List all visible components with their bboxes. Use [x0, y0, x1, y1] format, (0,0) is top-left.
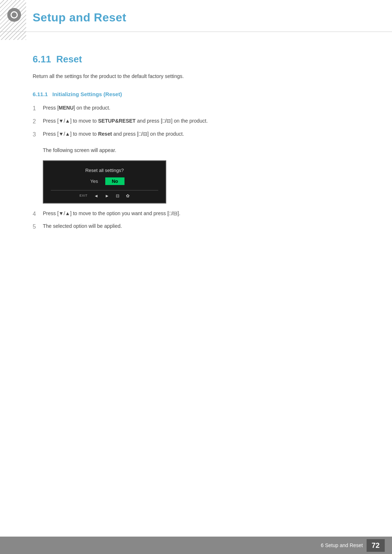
step-content-1: Press [MENU] on the product. — [43, 104, 359, 112]
section-intro: Return all the settings for the product … — [33, 72, 359, 80]
step-2: 2 Press [▼/▲] to move to SETUP&RESET and… — [33, 117, 359, 126]
step-content-4: Press [▼/▲] to move to the option you wa… — [43, 209, 359, 217]
option-yes: Yes — [85, 177, 104, 185]
step-4: 4 Press [▼/▲] to move to the option you … — [33, 209, 359, 219]
footer-text: 6 Setup and Reset — [321, 542, 363, 548]
section-heading: 6.11 Reset — [33, 54, 359, 65]
screen-title: Reset all settings? — [51, 168, 158, 173]
step-5: 5 The selected option will be applied. — [33, 222, 359, 231]
steps-list: 1 Press [MENU] on the product. 2 Press [… — [33, 104, 359, 139]
menu-key: MENU — [59, 105, 74, 111]
option-no: No — [105, 177, 124, 185]
step-number-4: 4 — [33, 209, 43, 219]
footer-icon-3: ⊟ — [116, 193, 119, 198]
chapter-icon — [7, 8, 21, 22]
step-content-3: Press [▼/▲] to move to Reset and press [… — [43, 130, 359, 138]
step-3: 3 Press [▼/▲] to move to Reset and press… — [33, 130, 359, 139]
sub-note: The following screen will appear. — [43, 146, 359, 154]
step-number-1: 1 — [33, 104, 43, 113]
footer-exit: EXIT — [79, 194, 87, 198]
footer-icon-2: ► — [105, 193, 109, 198]
screen-options: Yes No — [51, 177, 158, 185]
footer-icon-4: ✿ — [126, 193, 130, 198]
main-content: 6.11 Reset Return all the settings for t… — [0, 32, 392, 268]
page-number: 72 — [367, 539, 385, 552]
steps-list-2: 4 Press [▼/▲] to move to the option you … — [33, 209, 359, 231]
step-number-5: 5 — [33, 222, 43, 231]
screen-footer: EXIT ◄ ► ⊟ ✿ — [51, 190, 158, 198]
nav-icon-1: ◄ — [94, 193, 98, 198]
step-number-3: 3 — [33, 130, 43, 139]
chapter-title: Setup and Reset — [33, 11, 370, 24]
nav-icon-3: ⊟ — [116, 193, 119, 198]
chapter-header: Setup and Reset — [0, 0, 392, 32]
subsection-heading: 6.11.1 Initializing Settings (Reset) — [33, 91, 359, 97]
nav-icon-2: ► — [105, 193, 109, 198]
nav-icon-4: ✿ — [126, 193, 130, 198]
setup-reset-key: SETUP&RESET — [98, 118, 135, 124]
screen-simulation: Reset all settings? Yes No EXIT ◄ ► ⊟ — [43, 160, 166, 204]
step-content-5: The selected option will be applied. — [43, 222, 359, 230]
step-content-2: Press [▼/▲] to move to SETUP&RESET and p… — [43, 117, 359, 125]
step-number-2: 2 — [33, 117, 43, 126]
reset-key: Reset — [98, 131, 112, 137]
step-1: 1 Press [MENU] on the product. — [33, 104, 359, 113]
page-footer: 6 Setup and Reset 72 — [0, 537, 392, 554]
screen-container: Reset all settings? Yes No EXIT ◄ ► ⊟ — [43, 160, 359, 204]
footer-icon-1: ◄ — [94, 193, 98, 198]
exit-label: EXIT — [79, 194, 87, 197]
